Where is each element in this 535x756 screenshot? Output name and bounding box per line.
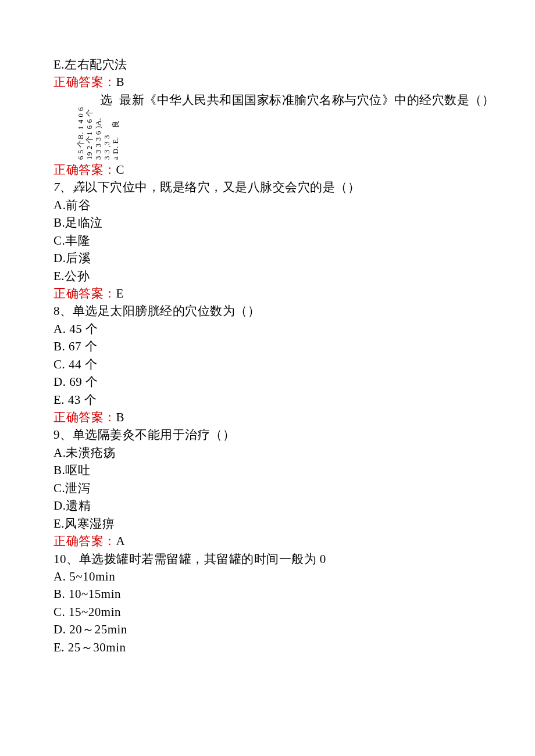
q6-rotated-options: 6 5 个B. 1 4 0 6 19 2 个1 6 6 个 3 3 3 3 6 … xyxy=(77,107,120,160)
q5-answer-label: 正确答案： xyxy=(54,75,116,89)
q5-answer-value: B xyxy=(116,75,125,89)
q9-answer-value: A xyxy=(116,534,126,548)
q6-stem-prefix: 选 xyxy=(100,93,113,107)
q8-answer-value: B xyxy=(116,410,125,424)
q7-answer-value: E xyxy=(116,286,124,300)
q7-option-c: C.丰隆 xyxy=(54,232,482,249)
q5-answer: 正确答案：B xyxy=(54,73,482,91)
q10-option-a: A. 5~10min xyxy=(54,568,482,585)
q7-option-d: D.后溪 xyxy=(54,249,482,267)
q6-answer-value: C xyxy=(116,163,125,177)
q8-option-d: D. 69 个 xyxy=(54,373,482,390)
q8-answer: 正确答案：B xyxy=(54,409,482,426)
q7-option-e: E.公孙 xyxy=(54,267,482,285)
q8-option-a: A. 45 个 xyxy=(54,320,482,338)
q9-answer-label: 正确答案： xyxy=(54,534,116,548)
q9-stem: 9、单选隔姜灸不能用于治疗（） xyxy=(54,426,482,443)
q8-option-c: C. 44 个 xyxy=(54,356,482,373)
q10-option-c: C. 15~20min xyxy=(54,603,482,621)
q6-answer-label: 正确答案： xyxy=(54,163,116,177)
q7-option-b: B.足临泣 xyxy=(54,214,482,231)
q10-option-b: B. 10~15min xyxy=(54,585,482,603)
q10-option-e: E. 25～30min xyxy=(54,639,482,656)
q7-number: 7、 xyxy=(54,180,73,194)
q6-stem: 选 最新《中华人民共和国国家标准腧穴名称与穴位》中的经穴数是（） xyxy=(100,91,494,109)
q10-option-d: D. 20～25min xyxy=(54,621,482,638)
q9-answer: 正确答案：A xyxy=(54,532,482,550)
q6-block: 6 5 个B. 1 4 0 6 19 2 个1 6 6 个 3 3 3 3 6 … xyxy=(54,91,482,161)
q9-option-d: D.遗精 xyxy=(54,497,482,514)
q7-option-a: A.前谷 xyxy=(54,196,482,214)
q7-answer: 正确答案：E xyxy=(54,285,482,302)
q7-answer-label: 正确答案： xyxy=(54,286,116,300)
q8-answer-label: 正确答案： xyxy=(54,410,116,424)
q9-option-c: C.泄泻 xyxy=(54,479,482,497)
q9-option-a: A.未溃疮疡 xyxy=(54,444,482,461)
q8-option-b: B. 67 个 xyxy=(54,338,482,355)
q9-option-b: B.呕吐 xyxy=(54,461,482,479)
q6-answer: 正确答案：C xyxy=(54,161,482,178)
q6-stem-text: 最新《中华人民共和国国家标准腧穴名称与穴位》中的经穴数是（） xyxy=(119,93,494,107)
q7-stem-text: 以下穴位中，既是络穴，又是八脉交会穴的是（） xyxy=(85,180,360,194)
q5-option-e: E.左右配穴法 xyxy=(54,56,482,73)
q8-option-e: E. 43 个 xyxy=(54,391,482,409)
q8-stem: 8、单选足太阳膀胱经的穴位数为（） xyxy=(54,302,482,320)
q7-stem: 7、羴以下穴位中，既是络穴，又是八脉交会穴的是（） xyxy=(54,178,482,196)
q10-stem: 10、单选拨罐时若需留罐，其留罐的时间一般为 0 xyxy=(54,550,482,568)
q7-prefix-glyph: 羴 xyxy=(73,180,85,194)
q9-option-e: E.风寒湿痹 xyxy=(54,515,482,532)
document-page: E.左右配穴法 正确答案：B 6 5 个B. 1 4 0 6 19 2 个1 6… xyxy=(0,0,535,691)
